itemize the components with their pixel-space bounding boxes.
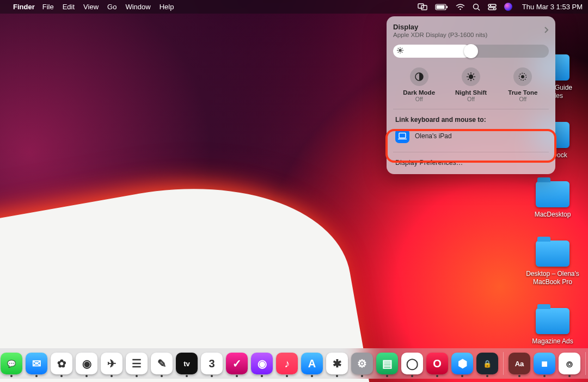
svg-point-10 — [490, 4, 491, 5]
dock-photos[interactable]: ✿ — [51, 353, 72, 374]
folder-label: MacDesktop — [535, 211, 571, 219]
dock-1password[interactable]: 🔒 — [476, 353, 498, 374]
dock-chrome[interactable]: ◯ — [401, 353, 423, 374]
night-shift-state: Off — [467, 96, 475, 102]
brightness-slider[interactable] — [393, 45, 549, 58]
dock-settings[interactable]: ⚙ — [351, 353, 373, 374]
dock-calendar[interactable]: 3 — [201, 353, 223, 374]
dark-mode-state: Off — [415, 96, 423, 102]
svg-point-12 — [399, 49, 401, 51]
dock-maps[interactable]: ✈ — [101, 353, 122, 374]
svg-rect-33 — [399, 133, 406, 138]
desktop-folder[interactable]: Magazine Ads — [523, 308, 583, 346]
true-tone-toggle[interactable]: True Tone Off — [498, 67, 547, 102]
folder-label: Magazine Ads — [532, 337, 573, 346]
dock-reminders[interactable]: ☰ — [126, 353, 148, 374]
dock-slack[interactable]: ✱ — [326, 353, 348, 374]
dark-mode-icon — [410, 67, 428, 86]
true-tone-label: True Tone — [508, 89, 537, 96]
display-preferences-link[interactable]: Display Preferences… — [393, 152, 549, 174]
dock-separator — [503, 352, 504, 375]
dock-notes[interactable]: ✎ — [151, 353, 173, 374]
menu-file[interactable]: File — [42, 3, 54, 11]
dock-safari[interactable]: ◉ — [76, 353, 97, 374]
night-shift-toggle[interactable]: Night Shift Off — [446, 67, 495, 102]
dock-dropbox[interactable]: ⬢ — [451, 353, 473, 374]
folder-icon — [536, 308, 569, 334]
dock-todo[interactable]: ✓ — [226, 353, 248, 374]
menu-bar: Finder File Edit View Go Window Help Thu… — [0, 0, 588, 14]
true-tone-state: Off — [519, 96, 526, 102]
svg-line-28 — [473, 79, 474, 80]
dock-numbers[interactable]: ▤ — [376, 353, 398, 374]
chevron-right-icon[interactable] — [544, 26, 549, 35]
battery-icon[interactable] — [435, 4, 448, 10]
dock-zoom[interactable]: ■ — [534, 353, 555, 374]
brightness-knob[interactable] — [464, 44, 478, 58]
menu-go[interactable]: Go — [107, 3, 117, 11]
link-device-name: Olena's iPad — [415, 132, 452, 140]
desktop-folder[interactable]: MacDesktop — [523, 181, 583, 219]
link-device-row[interactable]: Olena's iPad — [395, 129, 547, 146]
svg-line-19 — [398, 52, 399, 52]
svg-rect-9 — [488, 8, 496, 10]
control-center-icon[interactable] — [488, 4, 497, 10]
svg-point-5 — [460, 8, 461, 10]
brightness-fill — [393, 45, 471, 58]
dock-mail[interactable]: ✉ — [26, 353, 47, 374]
true-tone-icon — [513, 67, 532, 86]
dock-opera[interactable]: O — [426, 353, 448, 374]
wifi-icon[interactable] — [456, 4, 465, 10]
svg-line-30 — [473, 73, 474, 75]
night-shift-icon — [462, 67, 480, 86]
svg-rect-3 — [446, 6, 448, 8]
dock-appstore[interactable]: A — [301, 353, 323, 374]
menu-help[interactable]: Help — [160, 3, 174, 11]
night-shift-label: Night Shift — [455, 89, 487, 96]
svg-line-18 — [402, 52, 402, 52]
dark-mode-label: Dark Mode — [403, 89, 435, 96]
svg-rect-4 — [436, 5, 444, 9]
svg-point-31 — [521, 75, 524, 78]
universal-control-icon[interactable] — [418, 3, 427, 11]
svg-line-29 — [468, 79, 469, 80]
dock-messages[interactable]: 💬 — [1, 353, 22, 374]
menu-view[interactable]: View — [83, 3, 99, 11]
svg-rect-0 — [418, 4, 424, 8]
svg-point-22 — [469, 75, 473, 79]
app-name[interactable]: Finder — [13, 3, 35, 11]
menu-window[interactable]: Window — [125, 3, 150, 11]
display-subtitle: Apple XDR Display (P3-1600 nits) — [393, 32, 487, 38]
dock-appletv[interactable]: tv — [176, 353, 198, 374]
spotlight-icon[interactable] — [473, 3, 480, 11]
menu-edit[interactable]: Edit — [63, 3, 75, 11]
svg-line-17 — [398, 48, 399, 48]
svg-point-11 — [493, 8, 494, 9]
svg-line-20 — [402, 48, 402, 48]
desktop-folder[interactable]: Desktop – Olena's MacBook Pro — [523, 241, 583, 286]
svg-line-27 — [468, 73, 469, 75]
siri-icon[interactable] — [504, 3, 512, 11]
svg-rect-1 — [421, 5, 427, 10]
svg-line-7 — [478, 9, 480, 10]
folder-icon — [536, 241, 569, 267]
dock-music[interactable]: ♪ — [276, 353, 298, 374]
brightness-icon — [397, 47, 403, 56]
dock-separator — [585, 352, 586, 375]
dark-mode-toggle[interactable]: Dark Mode Off — [395, 67, 444, 102]
ipad-icon — [395, 129, 409, 143]
menubar-datetime[interactable]: Thu Mar 3 1:53 PM — [522, 3, 583, 11]
folder-label: Desktop – Olena's MacBook Pro — [523, 270, 583, 286]
dock: ☺▦💬✉✿◉✈☰✎tv3✓◉♪A✱⚙▤◯O⬢🔒Aa■⌾⬇ — [0, 348, 588, 379]
dock-screenshot[interactable]: ⌾ — [559, 353, 580, 374]
dock-dictionary[interactable]: Aa — [509, 353, 530, 374]
svg-rect-8 — [488, 4, 496, 7]
display-control-panel: Display Apple XDR Display (P3-1600 nits)… — [387, 16, 555, 174]
link-devices-title: Link keyboard and mouse to: — [395, 116, 547, 124]
dock-podcasts[interactable]: ◉ — [251, 353, 273, 374]
folder-icon — [536, 181, 569, 207]
svg-point-6 — [473, 4, 478, 9]
display-title: Display — [393, 23, 487, 31]
